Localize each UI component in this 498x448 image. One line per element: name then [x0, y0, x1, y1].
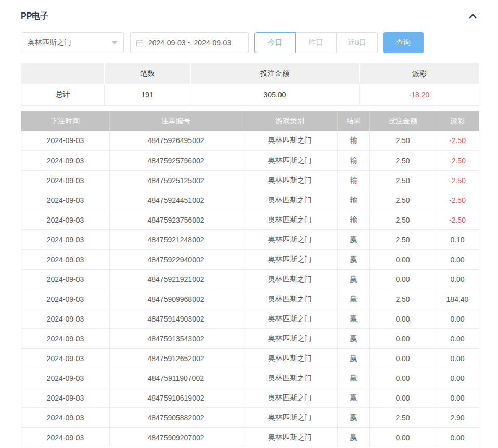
cell-bet-amount: 0.00: [370, 388, 436, 408]
cell-bet-amount: 0.00: [370, 270, 436, 289]
cell-payout: -2.50: [436, 171, 479, 190]
cell-bet-amount: 0.00: [370, 368, 436, 388]
quick-filter-yesterday[interactable]: 昨日: [295, 32, 337, 53]
table-row: 2024-09-0348475905882002奥林匹斯之门赢2.502.90: [21, 408, 479, 428]
cell-order-id: 48475923756002: [110, 210, 242, 230]
cell-result: 输: [338, 131, 370, 151]
cell-game-type: 奥林匹斯之门: [242, 250, 338, 270]
table-row: 2024-09-0348475909207002奥林匹斯之门赢0.000.00: [21, 428, 479, 447]
cell-payout: 0.00: [436, 309, 479, 329]
cell-order-id: 48475924451002: [110, 190, 242, 210]
cell-payout: 0.00: [436, 368, 479, 388]
cell-result: 赢: [338, 329, 370, 349]
pp-slots-panel: PP电子 奥林匹斯之门 2024-09-03 ~ 2024-09-03: [0, 0, 498, 447]
bet-table-header-row: 下注时间 注单编号 游戏类别 结果 投注金额 派彩: [21, 111, 479, 131]
page-title: PP电子: [21, 11, 48, 22]
cell-payout: 0.00: [436, 349, 479, 368]
bet-table-body: 2024-09-0348475926495002奥林匹斯之门输2.50-2.50…: [21, 131, 479, 447]
cell-order-id: 48475925125002: [110, 171, 242, 190]
cell-order-id: 48475921921002: [110, 270, 242, 289]
table-row: 2024-09-0348475921248002奥林匹斯之门赢2.500.10: [21, 230, 479, 250]
cell-game-type: 奥林匹斯之门: [242, 428, 338, 447]
cell-payout: 0.00: [436, 388, 479, 408]
table-row: 2024-09-0348475921921002奥林匹斯之门赢0.000.00: [21, 270, 479, 289]
summary-total-label: 总计: [21, 84, 105, 105]
cell-bet-amount: 2.50: [370, 230, 436, 250]
col-header-bet-amount: 投注金额: [370, 111, 436, 131]
filter-bar: 奥林匹斯之门 2024-09-03 ~ 2024-09-03 今日 昨日 近8日…: [21, 32, 479, 53]
cell-order-id: 48475913543002: [110, 329, 242, 349]
cell-order-id: 48475925796002: [110, 151, 242, 171]
cell-bet-time: 2024-09-03: [21, 151, 110, 171]
table-row: 2024-09-0348475912652002奥林匹斯之门赢0.000.00: [21, 349, 479, 368]
cell-bet-time: 2024-09-03: [21, 428, 110, 447]
cell-result: 赢: [338, 349, 370, 368]
summary-header-payout: 派彩: [360, 63, 479, 84]
cell-bet-time: 2024-09-03: [21, 250, 110, 270]
cell-order-id: 48475912652002: [110, 349, 242, 368]
cell-game-type: 奥林匹斯之门: [242, 151, 338, 171]
cell-bet-time: 2024-09-03: [21, 388, 110, 408]
cell-result: 赢: [338, 250, 370, 270]
cell-bet-amount: 2.50: [370, 151, 436, 171]
cell-bet-time: 2024-09-03: [21, 329, 110, 349]
cell-game-type: 奥林匹斯之门: [242, 270, 338, 289]
table-row: 2024-09-0348475925125002奥林匹斯之门输2.50-2.50: [21, 171, 479, 190]
cell-bet-time: 2024-09-03: [21, 171, 110, 190]
cell-payout: 0.00: [436, 270, 479, 289]
cell-order-id: 48475921248002: [110, 230, 242, 250]
quick-filter-today[interactable]: 今日: [254, 32, 296, 53]
cell-result: 赢: [338, 270, 370, 289]
cell-bet-time: 2024-09-03: [21, 190, 110, 210]
summary-header-empty: [21, 63, 105, 84]
col-header-bet-time: 下注时间: [21, 111, 110, 131]
cell-bet-amount: 2.50: [370, 131, 436, 151]
cell-result: 输: [338, 171, 370, 190]
col-header-result: 结果: [338, 111, 370, 131]
cell-game-type: 奥林匹斯之门: [242, 230, 338, 250]
cell-bet-time: 2024-09-03: [21, 210, 110, 230]
quick-filter-last8days[interactable]: 近8日: [336, 32, 378, 53]
cell-payout: 0.00: [436, 250, 479, 270]
summary-count: 191: [105, 84, 190, 105]
cell-order-id: 48475922940002: [110, 250, 242, 270]
cell-result: 赢: [338, 428, 370, 447]
cell-result: 赢: [338, 408, 370, 428]
cell-bet-time: 2024-09-03: [21, 131, 110, 151]
chevron-up-icon: [468, 12, 478, 20]
cell-game-type: 奥林匹斯之门: [242, 349, 338, 368]
cell-order-id: 48475911907002: [110, 368, 242, 388]
cell-bet-amount: 2.50: [370, 171, 436, 190]
table-row: 2024-09-0348475926495002奥林匹斯之门输2.50-2.50: [21, 131, 479, 151]
panel-header: PP电子: [21, 10, 479, 22]
col-header-payout: 派彩: [436, 111, 479, 131]
cell-game-type: 奥林匹斯之门: [242, 190, 338, 210]
summary-total-row: 总计 191 305.00 -18.20: [21, 84, 479, 105]
cell-order-id: 48475926495002: [110, 131, 242, 151]
cell-bet-time: 2024-09-03: [21, 408, 110, 428]
cell-result: 赢: [338, 388, 370, 408]
date-range-value: 2024-09-03 ~ 2024-09-03: [148, 39, 231, 47]
cell-payout: -2.50: [436, 210, 479, 230]
date-range-input[interactable]: 2024-09-03 ~ 2024-09-03: [130, 32, 249, 53]
summary-payout: -18.20: [360, 84, 479, 105]
cell-order-id: 48475910619002: [110, 388, 242, 408]
search-button[interactable]: 查询: [383, 32, 424, 53]
summary-header-row: 笔数 投注金额 派彩: [21, 63, 479, 84]
cell-bet-amount: 0.00: [370, 349, 436, 368]
game-select[interactable]: 奥林匹斯之门: [21, 32, 124, 53]
cell-bet-time: 2024-09-03: [21, 368, 110, 388]
cell-game-type: 奥林匹斯之门: [242, 131, 338, 151]
cell-payout: -2.50: [436, 190, 479, 210]
cell-game-type: 奥林匹斯之门: [242, 388, 338, 408]
cell-game-type: 奥林匹斯之门: [242, 171, 338, 190]
caret-down-icon: [112, 41, 117, 44]
cell-game-type: 奥林匹斯之门: [242, 210, 338, 230]
calendar-icon: [136, 39, 144, 47]
game-select-value: 奥林匹斯之门: [28, 38, 71, 47]
cell-result: 输: [338, 190, 370, 210]
summary-table: 笔数 投注金额 派彩 总计 191 305.00 -18.20: [21, 63, 479, 106]
collapse-button[interactable]: [466, 11, 479, 21]
cell-payout: -2.50: [436, 151, 479, 171]
table-row: 2024-09-0348475911907002奥林匹斯之门赢0.000.00: [21, 368, 479, 388]
